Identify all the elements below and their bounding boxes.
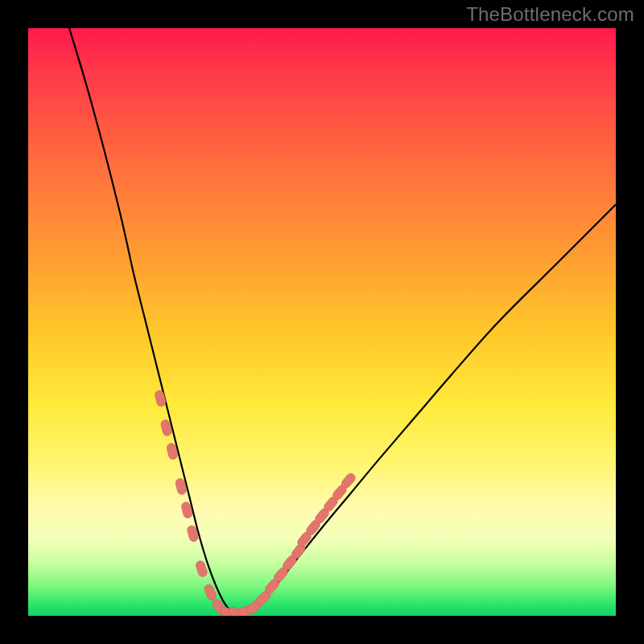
chart-svg (28, 28, 616, 616)
watermark-text: TheBottleneck.com (466, 3, 634, 26)
plot-area (28, 28, 616, 616)
bottleneck-curve (69, 28, 616, 614)
curve-marker (154, 390, 167, 407)
curve-markers (154, 390, 357, 616)
chart-frame: TheBottleneck.com (0, 0, 644, 644)
curve-marker (195, 559, 208, 577)
